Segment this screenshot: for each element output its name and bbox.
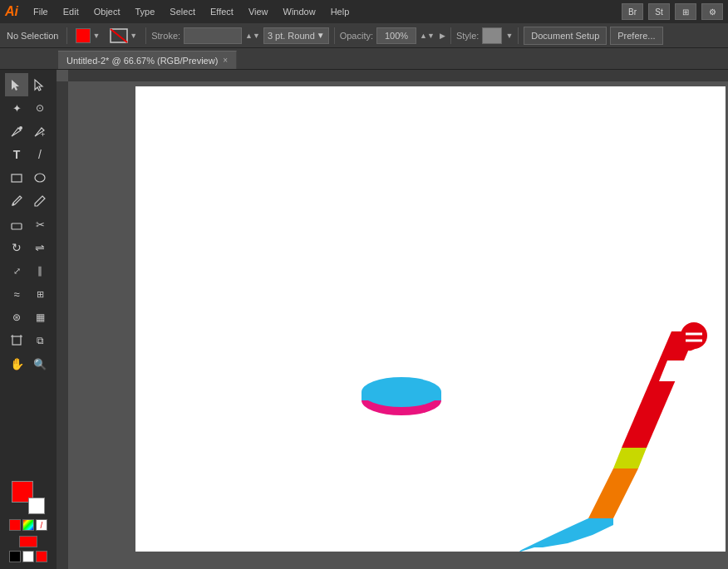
menu-window[interactable]: Window [277, 5, 322, 18]
tool-row-2: ✦ ⊙ [5, 96, 52, 120]
color-mode-btn[interactable] [9, 519, 21, 531]
paintbrush-icon [10, 194, 23, 208]
small-color-swatch[interactable] [19, 536, 37, 547]
artboard-tool[interactable] [5, 329, 28, 352]
black-swatch[interactable] [9, 551, 21, 562]
stroke-color-box[interactable] [28, 498, 45, 514]
sync-icon[interactable]: ⚙ [701, 3, 723, 20]
gradient-mode-btn[interactable] [22, 519, 34, 531]
toolbar-separator-2 [145, 27, 146, 44]
zoom-tool[interactable]: 🔍 [28, 352, 52, 375]
document-tab[interactable]: Untitled-2* @ 66.67% (RGB/Preview) × [58, 51, 237, 69]
free-transform-tool[interactable]: ⊞ [28, 282, 52, 306]
tool-row-12: ⧉ [5, 329, 52, 352]
style-dropdown-arrow[interactable]: ▼ [505, 32, 513, 40]
opacity-stepper[interactable]: ▲▼ [420, 32, 435, 40]
column-graph-tool[interactable]: ▦ [28, 306, 52, 329]
menu-view[interactable]: View [242, 5, 275, 18]
scale-tool[interactable]: ⤢ [5, 259, 28, 282]
svg-line-1 [111, 29, 127, 42]
add-anchor-tool[interactable]: + [28, 120, 52, 143]
style-swatch[interactable] [482, 27, 502, 44]
line-segment-tool[interactable]: / [28, 143, 52, 166]
menu-edit[interactable]: Edit [57, 5, 86, 18]
stroke-dropdown-chevron: ▼ [317, 31, 325, 40]
add-anchor-icon: + [33, 125, 47, 138]
menu-object[interactable]: Object [87, 5, 127, 18]
select-tool[interactable] [5, 73, 28, 96]
stroke-indicator[interactable]: ▼ [106, 27, 140, 45]
shear-tool[interactable]: ∥ [28, 259, 52, 282]
pen-tool[interactable] [5, 120, 28, 143]
paintbrush-tool[interactable] [5, 189, 28, 213]
stroke-label: Stroke: [151, 31, 180, 41]
menu-type[interactable]: Type [129, 5, 162, 18]
stick-yellow-segment [613, 448, 647, 468]
opacity-label: Opacity: [340, 31, 373, 41]
menu-file[interactable]: File [27, 5, 55, 18]
fill-color-area[interactable]: ▼ [72, 27, 103, 45]
stick-ball [681, 322, 707, 349]
tool-row-8: ↻ ⇌ [5, 236, 52, 259]
type-tool[interactable]: T [5, 143, 28, 166]
none-mode-btn[interactable]: / [36, 519, 47, 531]
preferences-button[interactable]: Prefere... [610, 27, 662, 45]
eraser-tool[interactable] [5, 213, 28, 236]
menu-select[interactable]: Select [163, 5, 202, 18]
red-swatch[interactable] [36, 551, 47, 562]
magic-wand-tool[interactable]: ✦ [5, 96, 28, 120]
stroke-width-field [184, 27, 242, 44]
menu-effect[interactable]: Effect [204, 5, 240, 18]
lasso-tool[interactable]: ⊙ [28, 96, 52, 120]
app-logo: Ai [5, 4, 18, 19]
fill-stroke-swatches [12, 481, 45, 514]
vertical-ruler [57, 81, 68, 569]
color-mode-row: / [9, 519, 47, 531]
svg-rect-10 [12, 336, 21, 345]
toolbar-separator-1 [66, 27, 67, 44]
tab-close-button[interactable]: × [223, 56, 228, 65]
ellipse-tool[interactable] [28, 166, 52, 189]
grid-icon[interactable]: ⊞ [675, 3, 696, 20]
fill-dropdown-arrow[interactable]: ▼ [92, 32, 100, 40]
warp-tool[interactable]: ≈ [5, 282, 28, 306]
bridge-icon[interactable]: Br [622, 3, 643, 20]
tool-row-3: + [5, 120, 52, 143]
rect-tool[interactable] [5, 166, 28, 189]
tool-row-5 [5, 166, 52, 189]
ellipse-icon [33, 171, 47, 184]
stroke-dropdown-arrow[interactable]: ▼ [130, 32, 137, 40]
rotate-tool[interactable]: ↻ [5, 236, 28, 259]
left-toolbar: ✦ ⊙ + T / [0, 70, 57, 569]
tool-row-10: ≈ ⊞ [5, 282, 52, 306]
tool-row-6 [5, 189, 52, 213]
stroke-width-stepper[interactable]: ▲▼ [245, 32, 260, 40]
hockey-illustration [135, 86, 726, 552]
stock-icon[interactable]: St [648, 3, 670, 20]
menu-help[interactable]: Help [324, 5, 357, 18]
pencil-icon [33, 194, 47, 208]
symbol-sprayer-tool[interactable]: ⊛ [5, 306, 28, 329]
direct-select-tool[interactable] [28, 73, 52, 96]
rect-icon [10, 171, 23, 184]
options-toolbar: No Selection ▼ ▼ Stroke: ▲▼ 3 pt. Round … [0, 23, 728, 48]
hollow-arrow-icon [33, 78, 47, 91]
scissors-tool[interactable]: ✂ [28, 213, 52, 236]
pencil-tool[interactable] [28, 189, 52, 213]
tool-row-1 [5, 73, 52, 96]
stroke-width-dropdown[interactable]: 3 pt. Round ▼ [263, 27, 329, 44]
white-swatch[interactable] [22, 551, 34, 562]
puck-side [362, 392, 441, 400]
svg-rect-9 [12, 223, 22, 229]
toolbar-separator-3 [334, 27, 335, 44]
slice-tool[interactable]: ⧉ [28, 329, 52, 352]
fill-swatch[interactable] [76, 28, 91, 43]
reflect-tool[interactable]: ⇌ [28, 236, 52, 259]
tool-row-13: ✋ 🔍 [5, 352, 52, 375]
opacity-field[interactable]: 100% [376, 27, 416, 44]
arrow-icon [10, 78, 23, 91]
app-icons: Br St ⊞ ⚙ [622, 3, 723, 20]
document-setup-button[interactable]: Document Setup [524, 27, 607, 45]
hand-tool[interactable]: ✋ [5, 352, 28, 375]
opacity-more-btn[interactable]: ▶ [440, 32, 445, 40]
